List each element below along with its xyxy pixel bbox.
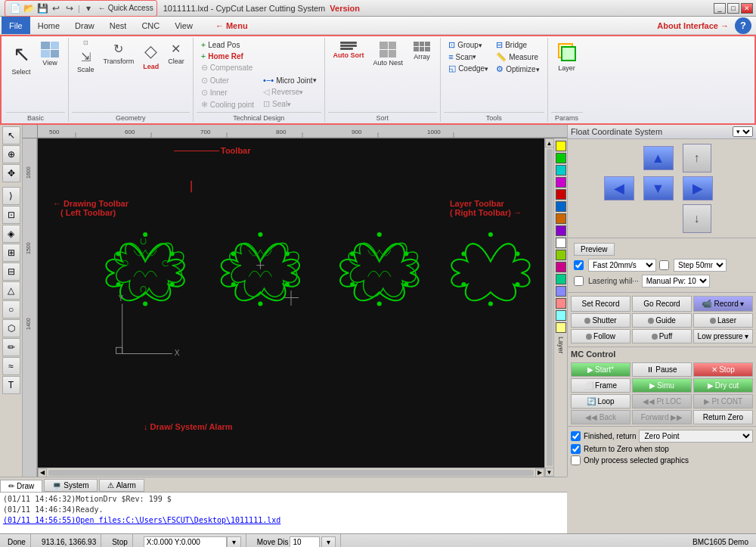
cp-coord-select[interactable]: ▾: [733, 126, 753, 137]
auto-sort-btn[interactable]: Auto Sort: [330, 39, 368, 61]
start-btn[interactable]: ▶ Start*: [571, 362, 631, 377]
nav-btn-bottom-right[interactable]: ↓: [683, 204, 711, 233]
menu-home[interactable]: Home: [30, 17, 67, 34]
laser-pos-btn[interactable]: ▾: [227, 536, 241, 547]
lt-btn5[interactable]: ⊟: [2, 263, 20, 281]
step-select[interactable]: Step 50mm: [674, 259, 727, 272]
layer-color-3[interactable]: [556, 165, 566, 176]
layer-color-14[interactable]: [556, 298, 566, 309]
lt-pan-btn[interactable]: ✥: [2, 164, 20, 182]
menu-view[interactable]: View: [167, 17, 200, 34]
low-pressure-btn[interactable]: Low pressure ▾: [693, 329, 753, 343]
go-record-btn[interactable]: Go Record: [632, 296, 692, 312]
follow-btn[interactable]: Follow: [571, 329, 631, 343]
redo-btn[interactable]: ↪: [63, 2, 76, 15]
drycut-btn[interactable]: ▶ Dry cut: [693, 378, 753, 393]
move-dis-btn[interactable]: ▾: [321, 536, 336, 547]
menu-cnc[interactable]: CNC: [134, 17, 167, 34]
lt-btn10[interactable]: ≈: [2, 357, 20, 375]
forward-btn[interactable]: Forward ▶▶: [632, 410, 692, 424]
nav-left-btn[interactable]: ◀: [604, 176, 634, 200]
only-process-check[interactable]: [571, 455, 581, 465]
transform-btn[interactable]: ↻ Transform: [100, 39, 138, 67]
layer-color-11[interactable]: [556, 262, 566, 272]
returnzero-btn[interactable]: Return Zero: [693, 410, 753, 424]
auto-nest-btn[interactable]: Auto Nest: [370, 39, 407, 69]
scale-btn[interactable]: ⇲ Scale: [73, 48, 98, 76]
layer-btn[interactable]: Layer: [553, 39, 581, 74]
nav-right-btn[interactable]: ▶: [683, 176, 713, 200]
lt-select-btn[interactable]: ↖: [2, 126, 20, 145]
laser-pos-input[interactable]: [144, 536, 227, 547]
v-scrollbar[interactable]: ▲ ▼: [544, 138, 553, 477]
lead-pos-btn[interactable]: + Lead Pos: [198, 39, 256, 50]
layer-color-1[interactable]: [556, 141, 566, 151]
console[interactable]: (01/11 14:46:32)MotionDrv $Rev: 199 $ (0…: [0, 492, 567, 533]
group-btn[interactable]: ⊡ Group ▾: [445, 39, 491, 51]
layer-color-5[interactable]: [556, 189, 566, 200]
layer-color-2[interactable]: [556, 153, 566, 163]
nav-down-btn[interactable]: ▼: [643, 176, 674, 200]
fast-select[interactable]: Fast 20mm/s: [588, 259, 656, 272]
layer-color-15[interactable]: [556, 310, 566, 321]
tab-alarm[interactable]: ⚠ Alarm: [99, 479, 144, 492]
nav-up-btn[interactable]: ▲: [643, 146, 674, 170]
h-scroll-thumb[interactable]: [48, 470, 534, 476]
bridge-btn[interactable]: ⊟ Bridge: [493, 39, 542, 51]
layer-color-10[interactable]: [556, 250, 566, 260]
home-ref-btn[interactable]: + Home Ref: [198, 51, 256, 61]
micro-joint-btn[interactable]: •−• Micro Joint ▾: [260, 75, 320, 85]
save-btn[interactable]: 💾: [36, 2, 49, 15]
loop-btn[interactable]: 🔄 Loop: [571, 394, 631, 409]
compensate-btn[interactable]: ⊖ Compensate: [198, 62, 256, 73]
measure-btn[interactable]: 📏 Measure: [493, 51, 542, 63]
layer-color-9[interactable]: [556, 238, 566, 248]
close-btn[interactable]: ✕: [741, 3, 753, 14]
about-btn[interactable]: ?: [735, 17, 751, 34]
layer-color-13[interactable]: [556, 286, 566, 297]
v-scroll-thumb[interactable]: [547, 149, 553, 466]
lead-btn[interactable]: ◇ Lead: [139, 39, 163, 73]
open-btn[interactable]: 📂: [22, 2, 36, 15]
ptcont-btn[interactable]: ▶ Pt CONT: [693, 394, 753, 409]
inner-btn[interactable]: ⊙ Inner: [198, 87, 257, 98]
tab-system[interactable]: 💻 System: [44, 479, 97, 492]
finished-check[interactable]: [571, 431, 581, 441]
layer-color-8[interactable]: [556, 225, 566, 236]
scroll-right-btn[interactable]: ▶: [535, 468, 544, 477]
menu-draw[interactable]: Draw: [67, 17, 102, 34]
menu-nest[interactable]: Nest: [102, 17, 135, 34]
optimize-btn[interactable]: ⚙ Optimize ▾: [493, 64, 542, 75]
ptloc-btn[interactable]: ◀◀ Pt LOC: [632, 394, 692, 409]
coedge-btn[interactable]: ◱ Coedge ▾: [445, 63, 491, 74]
scroll-up-btn[interactable]: ▲: [545, 138, 554, 148]
frame-btn[interactable]: ⬜ Frame: [571, 378, 631, 393]
lt-btn4[interactable]: ⊞: [2, 244, 20, 262]
menu-file[interactable]: File: [2, 17, 30, 34]
layer-color-12[interactable]: [556, 274, 566, 284]
lt-zoom-btn[interactable]: ⊕: [2, 145, 20, 163]
layer-color-7[interactable]: [556, 213, 566, 224]
stop-btn[interactable]: ✕ Stop: [693, 362, 753, 377]
preview-btn[interactable]: Preview: [574, 243, 615, 256]
seal-btn[interactable]: ⊡ Seal ▾: [260, 98, 320, 110]
h-scrollbar[interactable]: ◀ ▶: [38, 468, 544, 477]
lt-btn11[interactable]: T: [2, 376, 20, 394]
new-btn[interactable]: 📄: [8, 2, 22, 15]
laser-btn[interactable]: Laser: [693, 313, 753, 328]
lt-btn2[interactable]: ⊡: [2, 206, 20, 224]
layer-color-4[interactable]: [556, 177, 566, 188]
lt-btn7[interactable]: ○: [2, 300, 20, 319]
simu-btn[interactable]: ▶ Simu: [632, 378, 692, 393]
lt-btn8[interactable]: ⬡: [2, 319, 20, 337]
undo-btn[interactable]: ↩: [49, 2, 63, 15]
laser-check[interactable]: [574, 276, 584, 286]
view-btn[interactable]: View: [36, 39, 64, 69]
minimize-btn[interactable]: _: [714, 3, 726, 14]
nav-btn-top-right[interactable]: ↑: [683, 144, 711, 172]
scroll-left-btn[interactable]: ◀: [38, 468, 47, 477]
array-btn[interactable]: Array: [408, 39, 435, 63]
set-record-btn[interactable]: Set Record: [571, 296, 631, 312]
step-check[interactable]: [659, 260, 669, 270]
main-canvas[interactable]: X Y Toolbar: [38, 138, 544, 477]
